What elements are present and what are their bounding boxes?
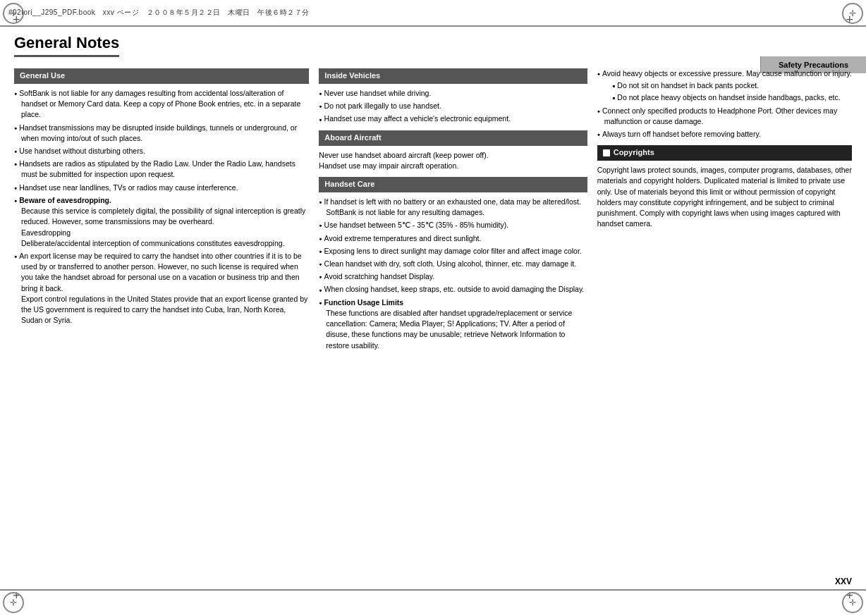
handset-care-header: Handset Care [319, 177, 587, 192]
col-mid: Inside Vehicles Never use handset while … [319, 68, 587, 357]
crosshair-br-icon: ✛ [849, 598, 856, 607]
list-item: Always turn off handset before removing … [597, 129, 852, 140]
list-item: Use handset between 5℃ - 35℃ (35% - 85% … [319, 220, 587, 230]
list-item: Avoid scratching handset Display. [319, 271, 587, 282]
list-item: Exposing lens to direct sunlight may dam… [319, 246, 587, 257]
list-item: Do not sit on handset in back pants pock… [613, 80, 852, 91]
inside-vehicles-list: Never use handset while driving. Do not … [319, 88, 587, 125]
handset-care-list: If handset is left with no battery or an… [319, 197, 587, 351]
copyrights-text: Copyright laws protect sounds, images, c… [597, 165, 852, 229]
list-item: Function Usage Limits These functions ar… [319, 297, 587, 351]
copyrights-icon [603, 149, 610, 156]
crosshair-tr-icon: ✛ [849, 9, 856, 18]
header-bar: #02tori__J295_PDF.book xxv ページ ２００８年５月２２… [0, 0, 866, 27]
copyrights-header: Copyrights [597, 145, 852, 161]
list-item: Handset use may affect a vehicle's elect… [319, 113, 587, 124]
list-item: Do not park illegally to use handset. [319, 101, 587, 111]
list-item: Clean handset with dry, soft cloth. Usin… [319, 259, 587, 269]
aboard-aircraft-header: Aboard Aircraft [319, 130, 587, 146]
list-item: Do not place heavy objects on handset in… [613, 92, 852, 103]
list-item: If handset is left with no battery or an… [319, 197, 587, 218]
columns-container: General Use SoftBank is not liable for a… [14, 68, 852, 357]
list-item: Handset transmissions may be disrupted i… [14, 123, 309, 144]
page-number: XXV [835, 577, 852, 586]
list-item: Avoid extreme temperatures and direct su… [319, 233, 587, 244]
list-item: Handsets are radios as stipulated by the… [14, 159, 309, 180]
list-item: Connect only specified products to Headp… [597, 106, 852, 127]
list-item: An export license may be required to car… [14, 251, 309, 326]
list-item: SoftBank is not liable for any damages r… [14, 88, 309, 121]
beware-bold: Beware of eavesdropping. [19, 196, 111, 204]
aboard-aircraft-text: Never use handset aboard aircraft (keep … [319, 150, 587, 171]
general-use-header: General Use [14, 68, 309, 84]
list-item: Never use handset while driving. [319, 88, 587, 99]
col-general-use: General Use SoftBank is not liable for a… [14, 68, 309, 357]
inside-vehicles-header: Inside Vehicles [319, 68, 587, 84]
copyrights-label: Copyrights [614, 147, 654, 159]
list-item: Use handset without disturbing others. [14, 146, 309, 156]
right-top-list: Avoid heavy objects or excessive pressur… [597, 68, 852, 140]
list-item: Beware of eavesdropping. Because this se… [14, 195, 309, 249]
list-item: Avoid heavy objects or excessive pressur… [597, 68, 852, 104]
header-text: #02tori__J295_PDF.book xxv ページ ２００８年５月２２… [8, 8, 310, 18]
page-title: General Notes [14, 34, 119, 57]
crosshair-tl-icon: ✛ [10, 9, 17, 18]
corner-circle-tl: ✛ [3, 3, 24, 24]
function-usage-bold: Function Usage Limits [324, 298, 404, 307]
general-use-list: SoftBank is not liable for any damages r… [14, 88, 309, 326]
main-content: General Notes General Use SoftBank is no… [0, 27, 866, 364]
corner-circle-tr: ✛ [842, 3, 863, 24]
corner-circle-bl: ✛ [3, 592, 24, 613]
corner-circle-br: ✛ [842, 592, 863, 613]
bottom-bar [0, 589, 866, 616]
list-item: Handset use near landlines, TVs or radio… [14, 183, 309, 193]
crosshair-bl-icon: ✛ [10, 598, 17, 607]
list-item: When closing handset, keep straps, etc. … [319, 284, 587, 295]
sub-list: Do not sit on handset in back pants pock… [604, 80, 852, 103]
col-right: Avoid heavy objects or excessive pressur… [597, 68, 852, 357]
